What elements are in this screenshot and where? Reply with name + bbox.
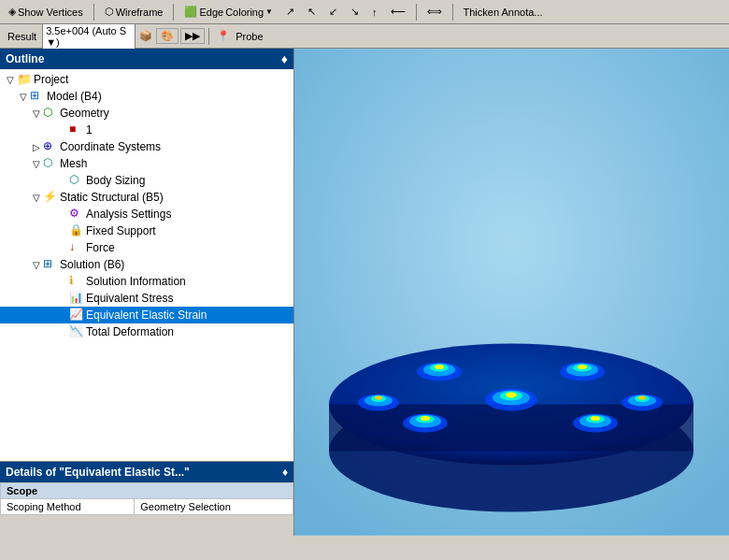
analysis-label: Analysis Settings xyxy=(86,208,171,221)
show-vertices-button[interactable]: ◈ Show Vertices xyxy=(4,4,88,20)
arrow-btn2[interactable]: ↖ xyxy=(303,4,321,20)
tree-item-solution-info[interactable]: ℹ Solution Information xyxy=(0,273,293,290)
result-toolbar: Result 3.5e+004 (Auto S ▼) 📦 🎨 ▶▶ 📍 Prob… xyxy=(0,24,729,49)
tree-item-mesh[interactable]: ▽ ⬡ Mesh xyxy=(0,155,293,172)
separator xyxy=(93,4,94,21)
outline-header: Outline ♦ xyxy=(0,49,293,69)
strain-icon: 📈 xyxy=(69,308,84,323)
solid-label: 1 xyxy=(86,123,93,136)
scoping-method-label: Scoping Method xyxy=(1,499,135,515)
svg-point-6 xyxy=(506,393,517,398)
main-layout: Outline ♦ ▽ 📁 Project ▽ ⊞ Model (B4) ▽ xyxy=(0,49,729,536)
details-title: Details of "Equivalent Elastic St..." xyxy=(6,466,190,479)
thicken-button[interactable]: Thicken Annota... xyxy=(459,5,548,20)
expand-btn[interactable]: ⟺ xyxy=(422,4,447,20)
tree-item-deformation[interactable]: 📉 Total Deformation xyxy=(0,323,293,340)
tree-item-body-sizing[interactable]: ⬡ Body Sizing xyxy=(0,172,293,189)
deformation-icon: 📉 xyxy=(69,324,84,339)
edge-coloring-dropdown[interactable]: 🟩 Edge Coloring ▼ xyxy=(179,4,278,20)
details-pin[interactable]: ♦ xyxy=(282,466,288,479)
tree-item-model[interactable]: ▽ ⊞ Model (B4) xyxy=(0,88,293,105)
probe-label: Probe xyxy=(236,31,263,42)
strain-label: Equivalent Elastic Strain xyxy=(86,309,207,322)
fixed-support-icon: 🔒 xyxy=(69,223,84,238)
fixed-support-label: Fixed Support xyxy=(86,224,156,237)
result-value[interactable]: 3.5e+004 (Auto S ▼) xyxy=(42,23,136,50)
body-sizing-icon: ⬡ xyxy=(69,173,84,188)
tree-area[interactable]: ▽ 📁 Project ▽ ⊞ Model (B4) ▽ ⬡ Geometry xyxy=(0,69,293,461)
dropdown-arrow-icon: ▼ xyxy=(265,7,273,16)
project-label: Project xyxy=(34,73,68,86)
svg-point-22 xyxy=(591,416,600,421)
model-icon: ⊞ xyxy=(30,89,45,104)
details-panel: Details of "Equivalent Elastic St..." ♦ … xyxy=(0,461,293,536)
display-btn[interactable]: ▶▶ xyxy=(180,28,205,44)
force-icon: ↓ xyxy=(69,240,84,255)
3d-model-svg xyxy=(294,49,729,536)
color-icon: 🟩 xyxy=(184,6,197,18)
arrow-btn6[interactable]: ⟵ xyxy=(386,4,410,20)
analysis-icon: ⚙ xyxy=(69,207,84,222)
stress-icon: 📊 xyxy=(69,291,84,306)
icon-box: 📦 xyxy=(137,30,154,42)
arrow-btn4[interactable]: ↘ xyxy=(346,4,364,20)
solution-info-icon: ℹ xyxy=(69,274,84,289)
svg-point-18 xyxy=(421,416,430,421)
tree-item-fixed-support[interactable]: 🔒 Fixed Support xyxy=(0,223,293,239)
viewport[interactable]: B: Static Structural Equivalent Elastic … xyxy=(294,49,729,536)
tree-item-force[interactable]: ↓ Force xyxy=(0,239,293,256)
project-icon: 📁 xyxy=(17,72,32,87)
arrow-btn1[interactable]: ↗ xyxy=(281,4,299,20)
tree-item-solid[interactable]: ■ 1 xyxy=(0,122,293,138)
details-table: Scope Scoping Method Geometry Selection xyxy=(0,482,293,515)
separator3 xyxy=(416,4,417,21)
svg-point-10 xyxy=(435,365,444,369)
scoping-method-row: Scoping Method Geometry Selection xyxy=(1,499,293,515)
wireframe-icon: ⬡ xyxy=(105,6,114,18)
tree-item-equiv-strain[interactable]: 📈 Equivalent Elastic Strain xyxy=(0,307,293,323)
model-label: Model (B4) xyxy=(47,90,102,103)
deformation-label: Total Deformation xyxy=(86,325,174,338)
force-label: Force xyxy=(86,241,115,254)
left-panel: Outline ♦ ▽ 📁 Project ▽ ⊞ Model (B4) ▽ xyxy=(0,49,294,536)
stress-label: Equivalent Stress xyxy=(86,292,173,305)
details-header: Details of "Equivalent Elastic St..." ♦ xyxy=(0,462,293,482)
svg-point-26 xyxy=(375,396,382,400)
solution-info-label: Solution Information xyxy=(86,275,186,288)
scoping-method-value: Geometry Selection xyxy=(135,499,293,515)
details-content: Scope Scoping Method Geometry Selection xyxy=(0,482,293,536)
tree-item-equiv-stress[interactable]: 📊 Equivalent Stress xyxy=(0,290,293,307)
coord-icon: ⊕ xyxy=(43,139,58,154)
color-selector[interactable]: 🎨 xyxy=(156,28,179,44)
result-label: Result xyxy=(4,31,40,42)
geometry-icon: ⬡ xyxy=(43,106,58,121)
outline-title: Outline xyxy=(6,52,44,65)
solution-icon: ⊞ xyxy=(43,257,58,272)
coordinate-label: Coordinate Systems xyxy=(60,140,161,153)
svg-point-14 xyxy=(578,365,587,369)
mesh-icon: ⬡ xyxy=(43,156,58,171)
static-label: Static Structural (B5) xyxy=(60,191,164,204)
tree-item-solution[interactable]: ▽ ⊞ Solution (B6) xyxy=(0,256,293,273)
solution-label: Solution (B6) xyxy=(60,258,124,271)
tree-item-analysis-settings[interactable]: ⚙ Analysis Settings xyxy=(0,206,293,223)
scope-section: Scope xyxy=(1,483,293,499)
arrow-btn3[interactable]: ↙ xyxy=(324,4,342,20)
geometry-label: Geometry xyxy=(60,107,109,120)
scope-header-row: Scope xyxy=(1,483,293,499)
body-sizing-label: Body Sizing xyxy=(86,174,145,187)
separator5 xyxy=(208,28,209,45)
static-icon: ⚡ xyxy=(43,190,58,205)
tree-item-coordinate[interactable]: ▷ ⊕ Coordinate Systems xyxy=(0,138,293,155)
outline-pin[interactable]: ♦ xyxy=(281,51,288,66)
wireframe-button[interactable]: ⬡ Wireframe xyxy=(100,4,168,20)
tree-item-project[interactable]: ▽ 📁 Project xyxy=(0,71,293,88)
svg-point-30 xyxy=(638,396,646,400)
separator4 xyxy=(452,4,453,21)
separator2 xyxy=(173,4,174,21)
arrow-btn5[interactable]: ↑ xyxy=(367,5,382,20)
tree-item-geometry[interactable]: ▽ ⬡ Geometry xyxy=(0,105,293,122)
tree-item-static-structural[interactable]: ▽ ⚡ Static Structural (B5) xyxy=(0,189,293,206)
icon-probe: 📍 xyxy=(213,30,234,42)
main-toolbar: ◈ Show Vertices ⬡ Wireframe 🟩 Edge Color… xyxy=(0,0,729,24)
